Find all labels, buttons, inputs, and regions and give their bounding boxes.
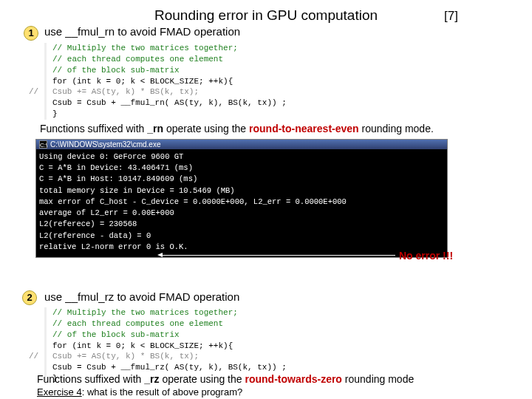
- code-comment: // of the block sub-matrix: [52, 66, 180, 75]
- code-comment: // each thread computes one element: [52, 319, 223, 328]
- section-2-caption: Functions suffixed with _rz operate usin…: [37, 373, 414, 385]
- code-line-commented: Csub += AS(ty, k) * BS(k, tx);: [52, 87, 199, 96]
- terminal-window: C:\ C:\WINDOWS\system32\cmd.exe Using de…: [35, 139, 448, 258]
- code-line: for (int k = 0; k < BLOCK_SIZE; ++k){: [52, 341, 233, 350]
- step-badge-2: 2: [22, 290, 37, 305]
- cmd-icon: C:\: [39, 140, 47, 149]
- step-badge-1: 1: [24, 26, 38, 41]
- code-line: Csub = Csub + __fmul_rn( AS(ty, k), BS(k…: [52, 98, 287, 107]
- code-comment: // Multiply the two matrices together;: [52, 44, 238, 52]
- exercise-prompt: Exercise 4: what is the result of above …: [37, 386, 242, 398]
- section-2-heading: use __fmul_rz to avoid FMAD operation: [44, 290, 239, 303]
- section-1-heading: use __fmul_rn to avoid FMAD operation: [44, 25, 240, 38]
- comment-slashes: //: [29, 86, 38, 98]
- arrow-indicator: [163, 255, 395, 256]
- code-line: for (int k = 0; k < BLOCK_SIZE; ++k){: [52, 77, 233, 86]
- code-line: Csub = Csub + __fmul_rz( AS(ty, k), BS(k…: [52, 363, 287, 372]
- terminal-title-text: C:\WINDOWS\system32\cmd.exe: [50, 140, 160, 149]
- code-line-commented: Csub += AS(ty, k) * BS(k, tx);: [52, 352, 199, 361]
- comment-slashes: //: [29, 351, 38, 362]
- terminal-output: Using device 0: GeForce 9600 GT C = A*B …: [36, 149, 447, 257]
- no-error-label: No error !!!: [399, 250, 453, 262]
- slide-title: Rounding error in GPU computation: [154, 7, 378, 24]
- page-reference: [7]: [444, 9, 458, 24]
- section-1-caption: Functions suffixed with _rn operate usin…: [40, 123, 434, 134]
- terminal-titlebar: C:\ C:\WINDOWS\system32\cmd.exe: [36, 140, 447, 149]
- code-line: }: [52, 109, 58, 118]
- code-comment: // each thread computes one element: [52, 55, 223, 64]
- code-comment: // of the block sub-matrix: [52, 330, 180, 339]
- code-block-1: // Multiply the two matrices together; /…: [44, 43, 369, 120]
- code-comment: // Multiply the two matrices together;: [52, 308, 238, 317]
